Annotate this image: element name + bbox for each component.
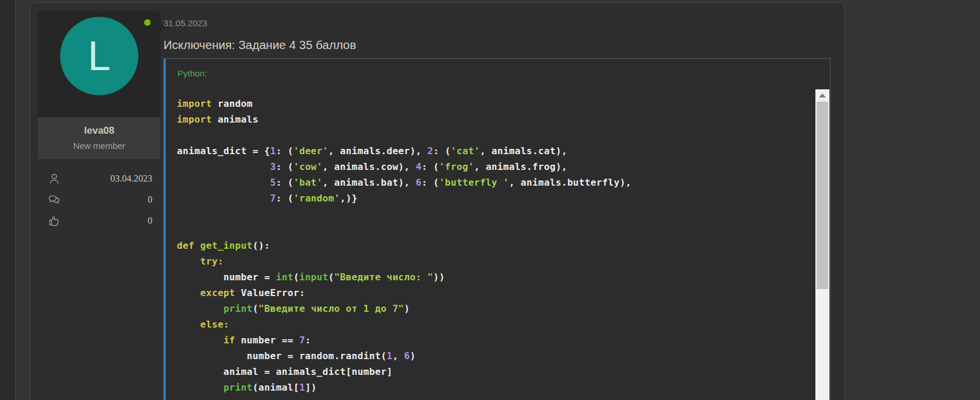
code-line: print(animal[1]) — [177, 380, 804, 395]
scrollbar-track[interactable] — [815, 89, 829, 400]
user-icon — [48, 172, 61, 185]
messages-count: 0 — [148, 194, 152, 205]
stat-row-likes: 0 — [48, 214, 152, 228]
like-icon — [48, 214, 61, 227]
user-name-box: leva08 New member — [38, 117, 161, 159]
code-line: except ValueError: — [177, 285, 804, 301]
user-cell: L leva08 New member 03.04.2023 — [38, 11, 161, 235]
code-line: print("Введите число от 1 до 7") — [177, 301, 804, 316]
scrollbar-thumb[interactable] — [817, 102, 828, 289]
code-block: Python: import randomimport animals anim… — [163, 58, 831, 400]
code-line: if number == 7: — [177, 332, 804, 348]
code-line: animals_dict = {1: ('deer', animals.deer… — [177, 143, 804, 159]
username-link[interactable]: leva08 — [40, 125, 158, 137]
stat-row-messages: 0 — [48, 193, 152, 207]
code-content[interactable]: import randomimport animals animals_dict… — [166, 88, 830, 400]
user-stats: 03.04.2023 0 0 — [38, 159, 161, 228]
scrollbar-up-arrow-icon — [819, 93, 826, 98]
stat-row-joined: 03.04.2023 — [48, 172, 152, 186]
code-line: number = int(input("Введите число: ")) — [177, 269, 804, 285]
code-line: 5: ('bat', animals.bat), 6: ('butterfly … — [177, 175, 804, 190]
forum-post: L leva08 New member 03.04.2023 — [30, 2, 845, 400]
scrollbar-up-button[interactable] — [815, 89, 829, 102]
post-date-permalink[interactable]: 31.05.2023 — [163, 18, 207, 28]
code-line: animal = animals_dict[number] — [177, 364, 804, 380]
code-line — [177, 206, 804, 222]
code-line: 7: ('random',)} — [177, 190, 804, 206]
code-line: else: — [177, 316, 804, 332]
online-indicator — [144, 19, 151, 26]
code-line: 3: ('cow', animals.cow), 4: ('frog', ani… — [177, 159, 804, 175]
code-line: def get_input(): — [177, 238, 804, 253]
content-area: L leva08 New member 03.04.2023 — [15, 0, 980, 400]
user-role: New member — [40, 141, 158, 151]
likes-count: 0 — [148, 215, 152, 226]
code-line: import animals — [177, 112, 804, 127]
joined-date: 03.04.2023 — [110, 173, 152, 184]
code-line — [177, 222, 804, 238]
code-language-label: Python: — [166, 59, 830, 88]
comments-icon — [48, 193, 61, 206]
code-line: number = random.randint(1, 6) — [177, 348, 804, 364]
code-line — [177, 127, 804, 143]
post-title: Исключения: Задание 4 35 баллов — [163, 38, 356, 52]
code-line: import random — [177, 96, 804, 112]
avatar-box: L — [38, 11, 161, 117]
forum-page: { "post": { "date": "31.05.2023", "title… — [0, 0, 980, 400]
code-line: try: — [177, 253, 804, 269]
avatar[interactable]: L — [60, 17, 138, 95]
